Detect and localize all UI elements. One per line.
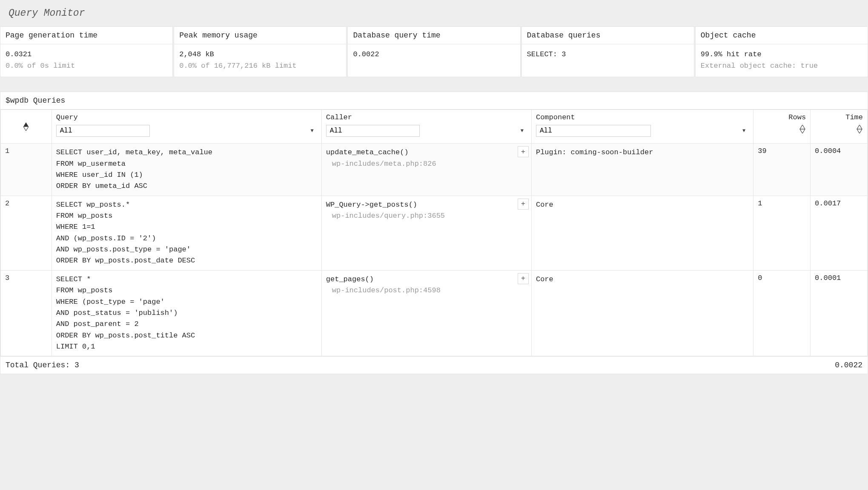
row-caller-file: wp-includes/post.php:4598 bbox=[326, 285, 527, 296]
th-caller: Caller All ▼ bbox=[321, 110, 531, 144]
row-query: SELECT wp_posts.* FROM wp_posts WHERE 1=… bbox=[52, 196, 321, 270]
th-time: Time bbox=[811, 110, 868, 144]
overview-card-peak-memory: Peak memory usage 2,048 kB 0.0% of 16,77… bbox=[174, 26, 347, 77]
overview-value: 0.0022 bbox=[353, 49, 515, 60]
row-rows: 1 bbox=[753, 196, 811, 270]
row-caller-fn: WP_Query->get_posts() bbox=[326, 199, 527, 210]
row-time: 0.0004 bbox=[811, 144, 868, 196]
overview-label: Object cache bbox=[696, 27, 868, 44]
expand-caller-button[interactable]: + bbox=[518, 199, 529, 210]
th-query-label: Query bbox=[56, 113, 317, 121]
svg-marker-0 bbox=[23, 122, 29, 127]
th-rows: Rows bbox=[753, 110, 811, 144]
chevron-down-icon: ▼ bbox=[521, 128, 524, 134]
filter-query-select[interactable]: All bbox=[56, 125, 150, 137]
chevron-down-icon: ▼ bbox=[311, 128, 314, 134]
row-time: 0.0017 bbox=[811, 196, 868, 270]
overview-card-db-query-time: Database query time 0.0022 bbox=[347, 26, 520, 77]
overview-row: Page generation time 0.0321 0.0% of 0s l… bbox=[0, 26, 868, 77]
sort-rows-button[interactable] bbox=[799, 125, 806, 133]
overview-card-object-cache: Object cache 99.9% hit rate External obj… bbox=[695, 26, 868, 77]
th-index bbox=[1, 110, 52, 144]
row-caller-file: wp-includes/meta.php:826 bbox=[326, 159, 527, 170]
overview-value: 2,048 kB bbox=[179, 49, 341, 60]
row-rows: 0 bbox=[753, 270, 811, 356]
chevron-down-icon: ▼ bbox=[742, 128, 745, 134]
row-rows: 39 bbox=[753, 144, 811, 196]
overview-sub: External object cache: true bbox=[701, 60, 862, 72]
row-caller: get_pages() wp-includes/post.php:4598 + bbox=[321, 270, 531, 356]
svg-marker-3 bbox=[800, 129, 805, 133]
overview-value: SELECT: 3 bbox=[527, 49, 689, 60]
svg-marker-2 bbox=[800, 125, 805, 129]
wpdb-footer: Total Queries: 3 0.0022 bbox=[0, 356, 868, 374]
row-query: SELECT user_id, meta_key, meta_value FRO… bbox=[52, 144, 321, 196]
panel-title: Query Monitor bbox=[0, 0, 868, 26]
th-component: Component All ▼ bbox=[531, 110, 753, 144]
filter-component-select[interactable]: All bbox=[536, 125, 651, 137]
row-component: Plugin: coming-soon-builder bbox=[531, 144, 753, 196]
row-component: Core bbox=[531, 196, 753, 270]
overview-card-page-gen: Page generation time 0.0321 0.0% of 0s l… bbox=[0, 26, 173, 77]
filter-caller-select[interactable]: All bbox=[326, 125, 420, 137]
expand-caller-button[interactable]: + bbox=[518, 146, 529, 157]
row-caller: WP_Query->get_posts() wp-includes/query.… bbox=[321, 196, 531, 270]
overview-sub: 0.0% of 16,777,216 kB limit bbox=[179, 60, 341, 72]
overview-label: Peak memory usage bbox=[174, 27, 346, 44]
overview-card-db-queries: Database queries SELECT: 3 bbox=[521, 26, 694, 77]
footer-total-time: 0.0022 bbox=[835, 361, 862, 369]
svg-marker-1 bbox=[23, 127, 29, 131]
th-caller-label: Caller bbox=[326, 113, 527, 121]
wpdb-queries-section: $wpdb Queries bbox=[0, 92, 868, 374]
sort-index-button[interactable] bbox=[23, 122, 29, 131]
row-time: 0.0001 bbox=[811, 270, 868, 356]
sort-time-button[interactable] bbox=[856, 125, 863, 133]
th-time-label: Time bbox=[845, 113, 863, 121]
row-caller-file: wp-includes/query.php:3655 bbox=[326, 210, 527, 222]
wpdb-title: $wpdb Queries bbox=[0, 92, 868, 110]
row-caller-fn: get_pages() bbox=[326, 274, 527, 285]
th-rows-label: Rows bbox=[788, 113, 806, 121]
footer-total-label: Total Queries: 3 bbox=[6, 361, 79, 369]
svg-marker-5 bbox=[857, 129, 862, 133]
th-query: Query All ▼ bbox=[52, 110, 321, 144]
table-row: 1 SELECT user_id, meta_key, meta_value F… bbox=[1, 144, 868, 196]
overview-label: Page generation time bbox=[0, 27, 172, 44]
overview-label: Database queries bbox=[522, 27, 694, 44]
overview-sub: 0.0% of 0s limit bbox=[6, 60, 167, 72]
row-index: 3 bbox=[1, 270, 52, 356]
overview-value: 0.0321 bbox=[6, 49, 167, 60]
table-row: 3 SELECT * FROM wp_posts WHERE (post_typ… bbox=[1, 270, 868, 356]
table-row: 2 SELECT wp_posts.* FROM wp_posts WHERE … bbox=[1, 196, 868, 270]
expand-caller-button[interactable]: + bbox=[518, 273, 529, 284]
wpdb-tbody: 1 SELECT user_id, meta_key, meta_value F… bbox=[1, 144, 868, 356]
row-index: 2 bbox=[1, 196, 52, 270]
svg-marker-4 bbox=[857, 125, 862, 129]
wpdb-queries-table: Query All ▼ Caller bbox=[0, 110, 868, 356]
th-component-label: Component bbox=[536, 113, 749, 121]
overview-value: 99.9% hit rate bbox=[701, 49, 862, 60]
row-component: Core bbox=[531, 270, 753, 356]
row-query: SELECT * FROM wp_posts WHERE (post_type … bbox=[52, 270, 321, 356]
row-index: 1 bbox=[1, 144, 52, 196]
row-caller-fn: update_meta_cache() bbox=[326, 147, 527, 158]
overview-label: Database query time bbox=[348, 27, 520, 44]
row-caller: update_meta_cache() wp-includes/meta.php… bbox=[321, 144, 531, 196]
